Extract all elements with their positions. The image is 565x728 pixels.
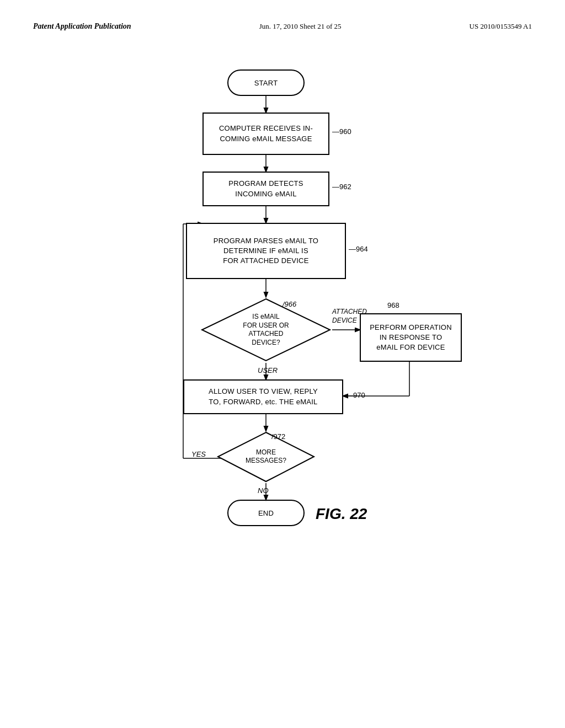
ref-970: —970 — [346, 391, 365, 399]
end-label: END — [258, 509, 274, 517]
header-left: Patent Application Publication — [33, 22, 131, 31]
start-node: START — [227, 69, 305, 96]
header: Patent Application Publication Jun. 17, … — [33, 22, 532, 31]
user-label: USER — [258, 366, 278, 374]
end-node: END — [227, 500, 305, 526]
yes-label: YES — [191, 450, 206, 458]
node-962: PROGRAM DETECTSINCOMING eMAIL — [202, 172, 329, 206]
node-970-label: ALLOW USER TO VIEW, REPLYTO, FORWARD, et… — [209, 387, 318, 406]
start-label: START — [254, 79, 278, 87]
header-center: Jun. 17, 2010 Sheet 21 of 25 — [259, 22, 342, 31]
node-968: PERFORM OPERATIONIN RESPONSE TOeMAIL FOR… — [360, 313, 462, 362]
node-964: PROGRAM PARSES eMAIL TODETERMINE IF eMAI… — [186, 223, 346, 279]
no-label: NO — [258, 486, 269, 495]
page: Patent Application Publication Jun. 17, … — [0, 0, 565, 728]
ref-972: /972 — [271, 432, 285, 441]
node-970: ALLOW USER TO VIEW, REPLYTO, FORWARD, et… — [183, 379, 343, 414]
ref-968: 968 — [387, 301, 399, 309]
fig-label: FIG. 22 — [316, 505, 367, 523]
node-964-label: PROGRAM PARSES eMAIL TODETERMINE IF eMAI… — [214, 236, 318, 266]
node-968-label: PERFORM OPERATIONIN RESPONSE TOeMAIL FOR… — [370, 323, 452, 353]
ref-960: —960 — [332, 127, 351, 136]
ref-964: —964 — [349, 245, 368, 253]
node-972: MOREMESSAGES? — [216, 431, 316, 483]
header-right: US 2010/0153549 A1 — [470, 22, 532, 31]
flowchart: START COMPUTER RECEIVES IN-COMING eMAIL … — [95, 53, 470, 660]
node-966: IS eMAILFOR USER ORATTACHEDDEVICE? — [200, 297, 332, 363]
ref-962: —962 — [332, 183, 351, 191]
node-966-label: IS eMAILFOR USER ORATTACHEDDEVICE? — [213, 313, 319, 347]
ref-966: /966 — [282, 300, 296, 308]
node-962-label: PROGRAM DETECTSINCOMING eMAIL — [228, 179, 303, 199]
node-960-label: COMPUTER RECEIVES IN-COMING eMAIL MESSAG… — [219, 124, 313, 143]
node-960: COMPUTER RECEIVES IN-COMING eMAIL MESSAG… — [202, 113, 329, 155]
node-972-label: MOREMESSAGES? — [226, 448, 306, 465]
